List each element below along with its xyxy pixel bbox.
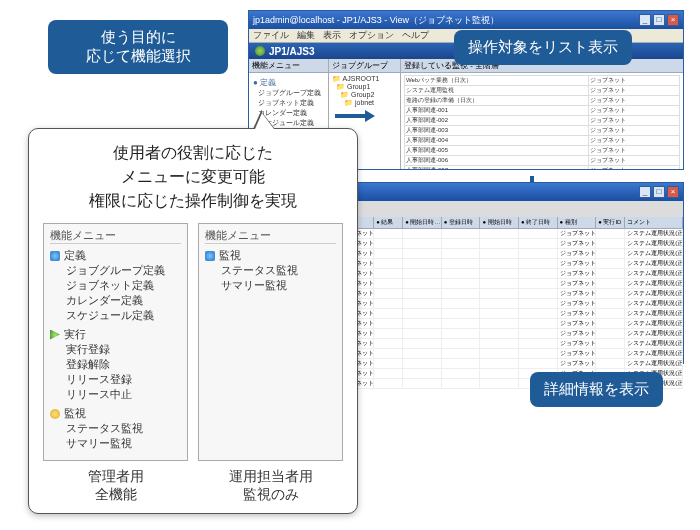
table-row[interactable]: 人事部関連-007ジョブネット xyxy=(405,166,680,170)
menu-item[interactable]: ジョブグループ定義 xyxy=(66,263,181,278)
balloon-tail-icon xyxy=(253,111,275,129)
product-logo-icon xyxy=(255,46,265,56)
balloon-lead: 権限に応じた操作制御を実現 xyxy=(43,189,343,213)
table-row[interactable]: 進路の登録の準備（日次）ジョブネット xyxy=(405,96,680,106)
tree-item[interactable]: 📁 jobnet xyxy=(344,99,397,107)
menu-item[interactable]: ステータス監視 xyxy=(66,421,181,436)
window-title: jp1admin@localhost - JP1/AJS3 - View（ジョブ… xyxy=(253,14,499,27)
column-header[interactable]: ● 終了日時 xyxy=(519,217,558,228)
group-label[interactable]: 定義 xyxy=(64,248,86,263)
list-pane: 登録している監視 - 全階層 Webバッチ業務（日次）ジョブネットシステム運用監… xyxy=(401,59,683,169)
menu-item[interactable]: リリース中止 xyxy=(66,387,181,402)
group-label[interactable]: 監視 xyxy=(64,406,86,421)
arrow-icon xyxy=(335,114,367,118)
column-header[interactable]: ● 開始日時… xyxy=(403,217,442,228)
menu-item[interactable]: カレンダー定義 xyxy=(66,293,181,308)
close-button[interactable]: × xyxy=(667,186,679,198)
menu-item[interactable]: ステータス監視 xyxy=(221,263,336,278)
group-icon xyxy=(50,330,60,340)
callout-text: 使う目的に xyxy=(101,28,176,47)
menu-item[interactable]: ジョブネット定義 xyxy=(258,98,325,108)
table-row[interactable]: 人事部関連-002ジョブネット xyxy=(405,116,680,126)
column-header[interactable]: ● 実行ID xyxy=(596,217,625,228)
group-label[interactable]: ● 定義 xyxy=(253,77,325,88)
balloon-lead: メニューに変更可能 xyxy=(43,165,343,189)
menu-item[interactable]: サマリー監視 xyxy=(66,436,181,451)
group-icon xyxy=(50,251,60,261)
tree-item[interactable]: 📁 Group1 xyxy=(336,83,397,91)
menu-card-title: 機能メニュー xyxy=(205,228,336,244)
menu-item[interactable]: オプション xyxy=(349,29,394,42)
menu-item[interactable]: ジョブネット定義 xyxy=(66,278,181,293)
group-icon xyxy=(205,251,215,261)
table-row[interactable]: Webバッチ業務（日次）ジョブネット xyxy=(405,76,680,86)
product-name: JP1/AJS3 xyxy=(269,46,315,57)
table-row[interactable]: システム運用監視ジョブネット xyxy=(405,86,680,96)
admin-menu-card: 機能メニュー 定義ジョブグループ定義ジョブネット定義カレンダー定義スケジュール定… xyxy=(43,223,188,461)
group-label[interactable]: 監視 xyxy=(219,248,241,263)
operator-menu-card: 機能メニュー 監視ステータス監視サマリー監視 xyxy=(198,223,343,461)
callout-purpose: 使う目的に 応じて機能選択 xyxy=(48,20,228,74)
column-header[interactable]: ● 登録日時 xyxy=(442,217,481,228)
close-button[interactable]: × xyxy=(667,14,679,26)
menu-item[interactable]: ジョブグループ定義 xyxy=(258,88,325,98)
tree-item[interactable]: 📁 Group2 xyxy=(340,91,397,99)
callout-text: 詳細情報を表示 xyxy=(544,380,649,399)
callout-list: 操作対象をリスト表示 xyxy=(454,30,632,65)
group-label[interactable]: 実行 xyxy=(64,327,86,342)
table-row[interactable]: 人事部関連-004ジョブネット xyxy=(405,136,680,146)
callout-detail: 詳細情報を表示 xyxy=(530,372,663,407)
operator-caption: 運用担当者用 監視のみ xyxy=(198,467,343,503)
menu-item[interactable]: 編集 xyxy=(297,29,315,42)
callout-text: 操作対象をリスト表示 xyxy=(468,38,618,57)
pane-header: ジョブグループ xyxy=(329,59,400,73)
callout-text: 応じて機能選択 xyxy=(86,47,191,66)
maximize-button[interactable]: □ xyxy=(653,186,665,198)
group-icon xyxy=(50,409,60,419)
menu-item[interactable]: サマリー監視 xyxy=(221,278,336,293)
column-header[interactable]: ● 開始日時 xyxy=(480,217,519,228)
tree-item[interactable]: 📁 AJSROOT1 xyxy=(332,75,397,83)
column-header[interactable]: コメント xyxy=(625,217,683,228)
menu-item[interactable]: リリース登録 xyxy=(66,372,181,387)
minimize-button[interactable]: _ xyxy=(639,14,651,26)
table-row[interactable]: 人事部関連-006ジョブネット xyxy=(405,156,680,166)
balloon-lead: 使用者の役割に応じた xyxy=(43,141,343,165)
table-row[interactable]: 人事部関連-001ジョブネット xyxy=(405,106,680,116)
column-header[interactable]: ● 種別 xyxy=(558,217,597,228)
menu-item[interactable]: スケジュール定義 xyxy=(66,308,181,323)
menu-item[interactable]: ヘルプ xyxy=(402,29,429,42)
menu-item[interactable]: 実行登録 xyxy=(66,342,181,357)
minimize-button[interactable]: _ xyxy=(639,186,651,198)
admin-caption: 管理者用 全機能 xyxy=(43,467,188,503)
maximize-button[interactable]: □ xyxy=(653,14,665,26)
menu-card-title: 機能メニュー xyxy=(50,228,181,244)
menu-item[interactable]: 登録解除 xyxy=(66,357,181,372)
menu-item[interactable]: 表示 xyxy=(323,29,341,42)
column-header[interactable]: ● 結果 xyxy=(374,217,403,228)
pane-header: 機能メニュー xyxy=(249,59,328,73)
table-row[interactable]: 人事部関連-003ジョブネット xyxy=(405,126,680,136)
table-row[interactable]: 人事部関連-005ジョブネット xyxy=(405,146,680,156)
menu-item[interactable]: ファイル xyxy=(253,29,289,42)
role-menu-balloon: 使用者の役割に応じた メニューに変更可能 権限に応じた操作制御を実現 機能メニュ… xyxy=(28,128,358,514)
titlebar[interactable]: jp1admin@localhost - JP1/AJS3 - View（ジョブ… xyxy=(249,11,683,29)
